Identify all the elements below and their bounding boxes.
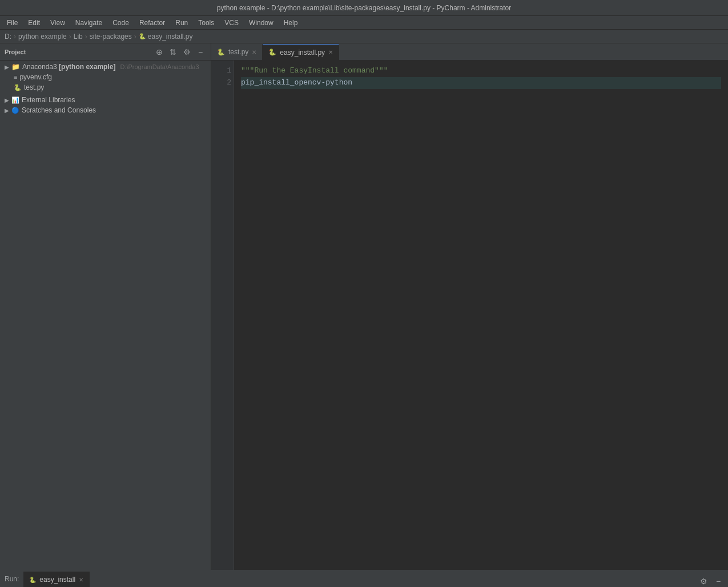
menu-help[interactable]: Help [279, 18, 303, 28]
tab-easy-install-close[interactable]: ✕ [328, 49, 333, 55]
menu-code[interactable]: Code [108, 18, 134, 28]
sidebar-settings-button[interactable]: ⚙ [181, 46, 192, 58]
run-settings-btn[interactable]: ⚙ [697, 575, 710, 587]
run-label: Run: [0, 570, 23, 587]
run-tab-label: easy_install [39, 576, 75, 584]
tree-item-external-libs[interactable]: ▶ 📊 External Libraries [0, 95, 211, 105]
tree-label-testpy: test.py [24, 83, 44, 91]
sidebar-header: Project ⊕ ⇅ ⚙ − [0, 43, 211, 61]
sidebar-minimize-button[interactable]: − [195, 46, 206, 58]
folder-icon: 📁 [11, 63, 20, 71]
menu-tools[interactable]: Tools [194, 18, 219, 28]
menu-view[interactable]: View [46, 18, 70, 28]
menu-file[interactable]: File [2, 18, 22, 28]
scratch-icon: 🔵 [11, 107, 19, 114]
file-tree: ▶ 📁 Anaconda3 [python example] D:\Progra… [0, 61, 211, 570]
sidebar-add-button[interactable]: ⊕ [154, 46, 165, 58]
main-layout: Project ⊕ ⇅ ⚙ − ▶ 📁 Anaconda3 [python ex… [0, 43, 728, 570]
tree-label-scratches: Scratches and Consoles [22, 106, 96, 114]
bottom-tabs-bar: Run: 🐍 easy_install ✕ ⚙ − [0, 571, 728, 587]
editor-panel: 🐍 test.py ✕ 🐍 easy_install.py ✕ 1 2 """R… [211, 43, 728, 570]
tree-label-ext-libs: External Libraries [22, 96, 75, 104]
tab-testpy[interactable]: 🐍 test.py ✕ [211, 44, 263, 60]
tab-easy-install-label: easy_install.py [280, 49, 325, 57]
tree-label-anaconda: Anaconda3 [python example] [22, 63, 115, 71]
tree-label-pyvenv: pyvenv.cfg [19, 73, 51, 81]
run-minimize-btn[interactable]: − [712, 575, 725, 587]
tree-item-pyvenv[interactable]: ≡ pyvenv.cfg [0, 72, 211, 82]
menu-bar: File Edit View Navigate Code Refactor Ru… [0, 16, 728, 30]
breadcrumb-sep3: › [85, 33, 87, 41]
breadcrumb-sep1: › [14, 33, 16, 41]
run-tab-close[interactable]: ✕ [79, 577, 83, 583]
menu-vcs[interactable]: VCS [220, 18, 243, 28]
bottom-tab-easy-install[interactable]: 🐍 easy_install ✕ [23, 572, 90, 587]
breadcrumb-file[interactable]: 🐍easy_install.py [139, 33, 193, 41]
sidebar-title: Project [5, 49, 151, 55]
menu-refactor[interactable]: Refactor [135, 18, 170, 28]
cfg-icon: ≡ [14, 74, 17, 81]
sidebar-sync-button[interactable]: ⇅ [167, 46, 179, 58]
breadcrumb-project[interactable]: python example [18, 33, 67, 41]
tab-testpy-icon: 🐍 [217, 49, 225, 56]
run-tab-icon: 🐍 [29, 577, 36, 583]
menu-navigate[interactable]: Navigate [71, 18, 107, 28]
expand-icon-scratch: ▶ [5, 107, 9, 114]
code-editor[interactable]: 1 2 """Run the EasyInstall command""" pi… [211, 61, 728, 570]
tree-path-anaconda: D:\ProgramData\Anaconda3 [120, 63, 199, 70]
breadcrumb-d[interactable]: D: [5, 33, 11, 41]
title-bar: python example - D:\python example\Lib\s… [0, 0, 728, 16]
code-string-1: """Run the EasyInstall command""" [241, 65, 388, 77]
bottom-panel: Run: 🐍 easy_install ✕ ⚙ − ▶ ↑ ↓ ≡ ☰ ⎙ 🗑 … [0, 570, 728, 587]
ext-libs-icon: 📊 [11, 97, 19, 104]
code-content[interactable]: """Run the EasyInstall command""" pip_in… [234, 61, 728, 570]
editor-tabs: 🐍 test.py ✕ 🐍 easy_install.py ✕ [211, 43, 728, 61]
sidebar: Project ⊕ ⇅ ⚙ − ▶ 📁 Anaconda3 [python ex… [0, 43, 211, 570]
tab-easy-install-icon: 🐍 [268, 49, 276, 56]
run-label-text: Run: [5, 575, 19, 583]
expand-icon-ext: ▶ [5, 97, 9, 103]
code-plain-2: pip_install_opencv-python [241, 77, 352, 89]
expand-icon: ▶ [5, 64, 9, 70]
menu-edit[interactable]: Edit [23, 18, 45, 28]
tab-testpy-label: test.py [228, 48, 248, 56]
breadcrumb-sep2: › [69, 33, 71, 41]
tree-item-anaconda[interactable]: ▶ 📁 Anaconda3 [python example] D:\Progra… [0, 62, 211, 72]
line-numbers: 1 2 [211, 61, 234, 570]
py-icon-test: 🐍 [14, 84, 22, 91]
line-num-2: 2 [214, 77, 231, 89]
tree-item-scratches[interactable]: ▶ 🔵 Scratches and Consoles [0, 105, 211, 115]
tree-item-testpy[interactable]: 🐍 test.py [0, 82, 211, 93]
breadcrumb-lib[interactable]: Lib [74, 33, 83, 41]
breadcrumb-site-packages[interactable]: site-packages [90, 33, 132, 41]
title-text: python example - D:\python example\Lib\s… [217, 4, 512, 12]
code-line-2: pip_install_opencv-python [241, 77, 721, 89]
tab-testpy-close[interactable]: ✕ [252, 49, 256, 55]
breadcrumb: D: › python example › Lib › site-package… [0, 30, 728, 43]
menu-run[interactable]: Run [171, 18, 192, 28]
code-line-1: """Run the EasyInstall command""" [241, 65, 721, 77]
line-num-1: 1 [214, 65, 231, 77]
tab-easy-install[interactable]: 🐍 easy_install.py ✕ [263, 44, 339, 60]
menu-window[interactable]: Window [244, 18, 278, 28]
breadcrumb-sep4: › [134, 33, 136, 41]
